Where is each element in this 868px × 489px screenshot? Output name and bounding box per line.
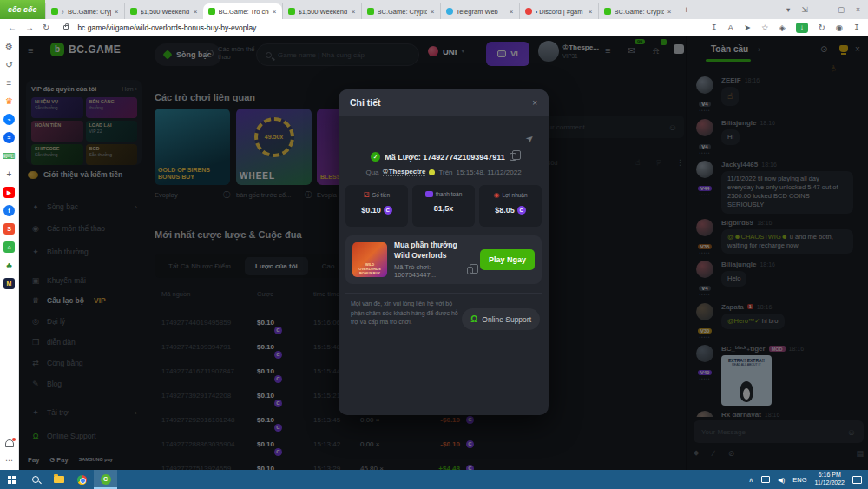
tab-title: $1,500 Weekend Ev [299,8,348,16]
hot-icon[interactable]: ♛ [3,96,15,107]
tab-close-icon[interactable]: × [194,8,198,16]
history-icon[interactable]: ↺ [3,59,15,70]
share-icon[interactable]: ➤ [744,23,751,32]
dice-icon: ⚂ [364,191,370,199]
volume-icon[interactable]: ◀) [778,476,785,484]
toolbar-extensions: ↧A➤☆◈↓↻◉↧ [711,23,860,33]
browser-tab[interactable]: BC.Game: Trò chơi s× [203,3,282,19]
browser-tab[interactable]: Telegram Web× [440,3,519,19]
close-button[interactable]: × [856,5,860,14]
chrome-icon[interactable] [70,470,94,489]
tab-close-icon[interactable]: × [352,8,356,16]
share-icon[interactable]: ➤ [523,132,536,146]
maximize-button[interactable]: ▢ [838,5,845,14]
file-explorer-icon[interactable] [47,470,70,489]
tree-icon[interactable]: ♣ [3,260,15,271]
profile-icon[interactable]: ◉ [836,23,843,32]
tab-close-icon[interactable]: × [431,8,435,16]
tab-favicon [525,8,532,15]
downloads-icon[interactable]: ↧ [853,23,860,32]
browser-tab[interactable]: $1,500 Weekend Ev× [282,3,361,19]
tab-favicon [208,8,215,15]
tab-close-icon[interactable]: × [667,8,672,16]
settings-icon[interactable]: ⚙ [3,41,15,52]
browser-tab[interactable]: ♪BC.Game: Crypt× [45,3,124,19]
modal-close-icon[interactable]: × [532,98,537,108]
browser-tab[interactable]: BC.Game: Crypto C× [598,3,677,19]
stat-value: 81,5x [412,204,475,213]
game-thumbnail[interactable]: WILD OVERLORDS BONUS BUY [352,242,387,277]
player-link[interactable]: ♔Thespectre [383,168,426,176]
back-icon[interactable]: ← [8,23,16,32]
chip-icon: ◉ [493,191,499,199]
add-panel-icon[interactable]: + [3,169,15,180]
address-bar[interactable]: bc.game/vi/game/wild-overlords-bonus-buy… [77,23,256,32]
new-tab-button[interactable]: + [677,4,696,15]
zalo-icon[interactable]: ≈ [3,132,15,143]
action-center-icon[interactable] [852,476,862,484]
minimize-button[interactable]: — [819,5,827,14]
forward-icon[interactable]: → [25,23,34,32]
browser-tab[interactable]: $1,500 Weekend Ev× [124,3,203,19]
stat-value-text: $0.10 [361,206,381,215]
tab-close-icon[interactable]: × [273,8,277,16]
modal-title: Chi tiết [350,97,381,108]
start-button[interactable] [0,470,23,489]
stat-label-row: ◉Lợi nhuận [479,191,542,199]
sidebar-more-icon[interactable]: ⋯ [5,456,13,465]
coccoc-brand-logo[interactable]: cốc cốc [0,0,45,19]
verified-shield-icon: ✓ [371,152,380,162]
online-support-button[interactable]: Ω Online Support [462,308,540,330]
tab-search-icon[interactable]: ▾ [786,5,790,14]
youtube-icon[interactable]: ▶ [3,187,15,198]
modal-header: Chi tiết × [339,89,549,116]
bet-timestamp: 15:15:48, 11/12/2022 [457,169,522,176]
update-download-icon[interactable]: ↓ [796,23,808,33]
translate-icon[interactable]: A [728,23,733,32]
send-to-device-icon[interactable]: ⇲ [801,5,807,14]
system-tray: ∧ ◀) ENG 6:16 PM11/12/2022 [748,472,868,487]
network-icon[interactable] [761,476,770,483]
messenger-icon[interactable]: ⌁ [3,114,15,125]
market-icon[interactable]: ⌂ [3,241,15,253]
bookmark-star-icon[interactable]: ☆ [761,23,769,32]
tab-close-icon[interactable]: × [115,8,119,16]
tab-favicon [288,8,295,15]
save-page-icon[interactable]: ↧ [711,23,718,32]
browser-tab[interactable]: • Discord | #gam× [519,3,598,19]
language-indicator[interactable]: ENG [792,476,806,484]
taskbar-search-icon[interactable] [23,470,47,489]
copy-icon[interactable] [510,153,516,161]
coin-icon: C [517,206,526,215]
tab-title: BC.Game: Trò chơi s [219,8,269,16]
stat-label: thanh toán [436,191,463,197]
app-tile-icon[interactable]: M [3,278,15,289]
support-note: Mọi vấn đề, xin vui lòng liên hệ với bộ … [351,300,462,327]
bet-stat: ◉Lợi nhuận$8.05C [479,185,542,227]
browser-side-rail: ⚙↺≡♛⌁≈⌨+▶fS⌂♣M⋯ [0,36,19,470]
shopee-icon[interactable]: S [3,223,15,235]
copy-game-id-icon[interactable] [467,267,473,274]
tab-close-icon[interactable]: × [589,8,593,16]
tab-close-icon[interactable]: × [510,8,514,16]
games-icon[interactable]: ⌨ [3,150,15,162]
stat-value-text: 81,5x [434,204,454,213]
play-now-button[interactable]: Play Ngay [480,249,535,270]
sync-icon[interactable]: ↻ [819,23,825,32]
bet-stat: ⚂Số tiền$0.10C [345,185,408,227]
tab-title: BC.Game: Crypto C [615,8,664,16]
taskbar-clock[interactable]: 6:16 PM11/12/2022 [814,472,845,487]
reload-icon[interactable]: ↻ [43,23,49,32]
coccoc-taskbar-icon[interactable]: C [94,470,117,489]
adblock-shield-icon[interactable]: ◈ [779,23,785,32]
browser-tab[interactable]: BC.Game: Crypto C× [361,3,440,19]
hidden-icons-chevron[interactable]: ∧ [748,476,753,484]
stat-value: $0.10C [345,206,408,215]
stat-label: Lợi nhuận [502,192,527,198]
lock-icon[interactable] [63,25,69,30]
feed-icon[interactable]: ≡ [3,77,15,89]
facebook-icon[interactable]: f [3,205,15,216]
game-card: WILD OVERLORDS BONUS BUY Mua phần thưởng… [345,235,542,284]
tab-favicon [367,8,374,15]
sidebar-notifications-icon[interactable] [5,439,14,447]
